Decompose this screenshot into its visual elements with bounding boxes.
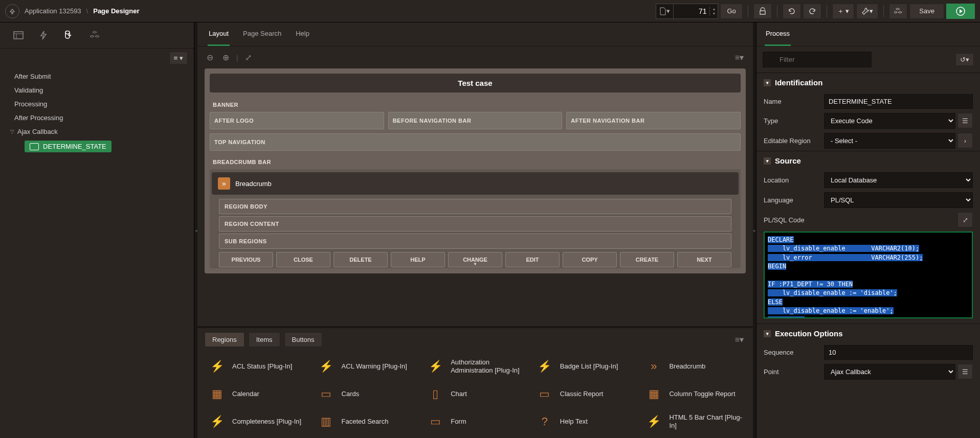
slot-top-nav[interactable]: TOP NAVIGATION [210, 133, 741, 151]
tree-item[interactable]: Validating [6, 83, 188, 97]
type-select[interactable]: Execute Code [824, 113, 955, 129]
tree-item[interactable]: After Processing [6, 111, 188, 125]
breadcrumb-app[interactable]: Application 132593 [25, 7, 81, 15]
gallery-item[interactable]: ▯Chart [423, 382, 527, 406]
zoom-out-icon[interactable]: ⊖ [205, 51, 215, 64]
slot-banner[interactable]: BANNER [210, 98, 741, 112]
field-label-point: Point [764, 368, 820, 376]
gallery-item[interactable]: ⚡Authorization Administration [Plug-In] [423, 354, 527, 379]
tab-help[interactable]: Help [295, 22, 310, 46]
editable-region-select[interactable]: - Select - [824, 133, 955, 149]
process-tree: After Submit Validating Processing After… [0, 67, 194, 154]
gallery-menu-icon[interactable]: ≡▾ [733, 333, 746, 347]
gallery-tab-buttons[interactable]: Buttons [284, 332, 322, 347]
slot-btn[interactable]: COPY [563, 252, 617, 267]
processing-tab-icon[interactable] [60, 28, 77, 43]
svg-rect-1 [14, 32, 23, 39]
layout-menu-icon[interactable]: ≡▾ [733, 51, 746, 64]
shared-tab-icon[interactable] [87, 28, 102, 43]
gallery-item[interactable]: ?Help Text [532, 409, 637, 434]
section-identification[interactable]: ▾ Identification [756, 73, 980, 92]
gallery-item[interactable]: ▭Form [423, 409, 527, 434]
language-select[interactable]: PL/SQL [824, 192, 973, 208]
slot-before-nav[interactable]: BEFORE NAVIGATION BAR [388, 112, 563, 129]
slot-breadcrumb-bar[interactable]: BREADCRUMB BAR [210, 155, 741, 169]
page-icon[interactable]: ▾ [656, 4, 674, 18]
expand-icon[interactable]: ⤢ [243, 51, 254, 64]
type-list-button[interactable]: ☰ [957, 113, 973, 128]
slot-btn[interactable]: CLOSE [276, 252, 330, 267]
undo-button[interactable] [783, 4, 801, 19]
tab-page-search[interactable]: Page Search [242, 22, 282, 46]
slot-btn[interactable]: DELETE [333, 252, 388, 267]
gallery-item[interactable]: ▦Calendar [205, 382, 309, 406]
slot-region-body[interactable]: REGION BODY [219, 199, 731, 214]
dynamic-actions-tab-icon[interactable] [37, 28, 50, 43]
gallery-item-icon: ▦ [208, 385, 226, 403]
gallery-item[interactable]: ▭Cards [314, 382, 418, 406]
code-expand-button[interactable]: ⤢ [957, 212, 973, 227]
page-up-icon[interactable]: ▲ [710, 7, 718, 11]
gallery-item[interactable]: ⚡HTML 5 Bar Chart [Plug-In] [641, 409, 746, 434]
gallery-panel: Regions Items Buttons ≡▾ ⚡ACL Status [Pl… [197, 328, 753, 438]
run-button[interactable] [946, 4, 975, 19]
tab-layout[interactable]: Layout [208, 22, 230, 46]
gallery-item-icon: ⚡ [317, 357, 336, 376]
gallery-item[interactable]: ⚡Badge List [Plug-In] [532, 354, 637, 379]
left-tabs [0, 22, 194, 49]
zoom-in-icon[interactable]: ⊕ [220, 51, 231, 64]
point-select[interactable]: Ajax Callback [824, 364, 955, 380]
page-number-input[interactable] [674, 7, 709, 15]
slot-btn[interactable]: CREATE [620, 252, 674, 267]
tree-item[interactable]: After Submit [6, 70, 188, 83]
slot-btn[interactable]: HELP [391, 252, 445, 267]
plsql-code-editor[interactable]: DECLARE lv_disable_enable VARCHAR2(10); … [764, 232, 973, 318]
pin-menu-button[interactable]: ↺▾ [955, 53, 974, 66]
location-select[interactable]: Local Database [824, 172, 973, 188]
gallery-item[interactable]: »Breadcrumb [641, 354, 746, 379]
tab-process[interactable]: Process [765, 22, 791, 46]
slot-btn[interactable]: NEXT [677, 252, 731, 267]
gallery-item[interactable]: ▭Classic Report [532, 382, 637, 406]
gallery-tab-items[interactable]: Items [249, 332, 280, 347]
slot-btn[interactable]: PREVIOUS [219, 252, 273, 267]
gallery-item[interactable]: ▥Faceted Search [314, 409, 418, 434]
filter-input[interactable] [763, 52, 872, 67]
redo-button[interactable] [803, 4, 821, 19]
tree-item-ajax-callback[interactable]: ▽ Ajax Callback [6, 125, 188, 139]
up-icon[interactable] [5, 4, 19, 18]
section-source[interactable]: ▾ Source [756, 151, 980, 170]
slot-after-nav[interactable]: AFTER NAVIGATION BAR [566, 112, 741, 129]
slot-sub-regions[interactable]: SUB REGIONS [219, 234, 731, 249]
section-execution[interactable]: ▾ Execution Options [756, 324, 980, 343]
gallery-item[interactable]: ⚡ACL Status [Plug-In] [205, 354, 309, 379]
lock-button[interactable] [753, 4, 772, 19]
utilities-menu-button[interactable]: ▾ [856, 4, 878, 19]
create-menu-button[interactable]: ＋ ▾ [832, 4, 855, 19]
slot-after-logo[interactable]: AFTER LOGO [210, 112, 384, 129]
tree-item[interactable]: Processing [6, 97, 188, 111]
page-down-icon[interactable]: ▼ [710, 11, 718, 16]
sequence-input[interactable] [824, 345, 973, 360]
go-button[interactable]: Go [720, 4, 742, 19]
tree-node-determine-state[interactable]: DETERMINE_STATE [25, 141, 188, 152]
slot-btn[interactable]: CHANGE [448, 252, 502, 267]
layout-canvas[interactable]: Test case BANNER AFTER LOGO BEFORE NAVIG… [197, 68, 753, 326]
tree-menu-button[interactable]: ≡ ▾ [169, 52, 188, 64]
name-input[interactable] [824, 94, 973, 109]
point-list-button[interactable]: ☰ [957, 364, 973, 379]
shared-components-button[interactable] [889, 4, 907, 19]
slot-region-content[interactable]: REGION CONTENT [219, 216, 731, 232]
gallery-item[interactable]: ⚡ACL Warning [Plug-In] [314, 354, 418, 379]
gallery-item-label: Chart [451, 390, 467, 398]
region-breadcrumb[interactable]: » Breadcrumb [212, 172, 739, 195]
save-button[interactable]: Save [909, 4, 944, 19]
gallery-item[interactable]: ⚡Completeness [Plug-In] [205, 409, 309, 434]
rendering-tab-icon[interactable] [10, 28, 27, 42]
gallery-tab-regions[interactable]: Regions [205, 332, 244, 347]
gallery-item-label: Faceted Search [342, 418, 389, 426]
editable-go-button[interactable]: › [957, 133, 973, 148]
page-title-region[interactable]: Test case [210, 74, 741, 93]
slot-btn[interactable]: EDIT [505, 252, 560, 267]
gallery-item[interactable]: ▦Column Toggle Report [641, 382, 746, 406]
